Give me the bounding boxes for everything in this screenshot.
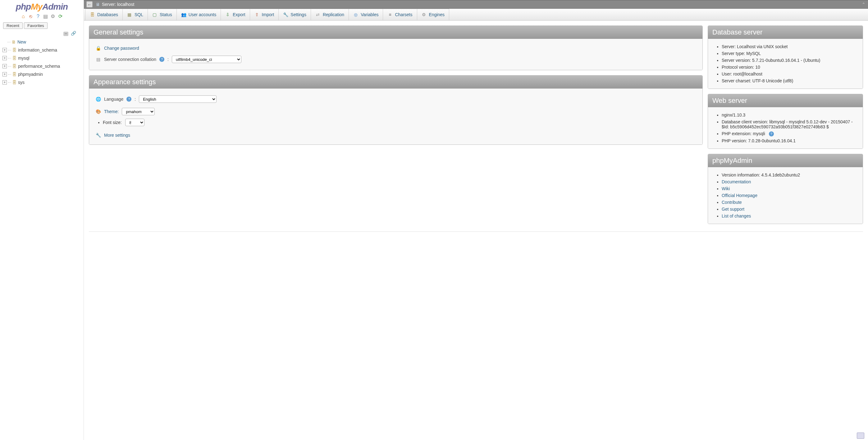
info-item: Server version: 5.7.21-0ubuntu0.16.04.1 … — [722, 57, 857, 64]
theme-icon: 🎨 — [95, 109, 101, 114]
pma-link-official-homepage[interactable]: Official Homepage — [722, 193, 757, 198]
import-icon: ⇧ — [254, 12, 259, 17]
logo-my: My — [31, 2, 42, 11]
logo-php: php — [16, 2, 31, 11]
db-tree-item[interactable]: mysql — [18, 56, 30, 61]
theme-select[interactable]: pmahomme — [122, 108, 155, 115]
tab-label: Status — [160, 12, 172, 17]
database-icon: 🗄 — [12, 56, 17, 61]
tab-sql[interactable]: ▦SQL — [123, 9, 148, 20]
expand-icon[interactable]: + — [2, 64, 7, 68]
tab-replication[interactable]: ⇄Replication — [311, 9, 349, 20]
info-item: Server: Localhost via UNIX socket — [722, 43, 857, 50]
info-item: Protocol version: 10 — [722, 64, 857, 70]
expand-icon[interactable]: + — [2, 48, 7, 52]
link-icon[interactable]: 🔗 — [71, 31, 76, 36]
db-tree-item[interactable]: performance_schema — [18, 64, 60, 69]
pma-link-contribute[interactable]: Contribute — [722, 200, 742, 205]
status-icon: ▢ — [152, 12, 157, 17]
tab-label: Variables — [361, 12, 378, 17]
tab-label: Export — [233, 12, 245, 17]
info-item: Server charset: UTF-8 Unicode (utf8) — [722, 77, 857, 84]
help-icon[interactable]: ? — [159, 57, 164, 62]
logout-icon[interactable]: ⎋ — [28, 14, 34, 19]
nav-settings-icon[interactable]: ⚙ — [50, 14, 56, 19]
db-tree-item[interactable]: sys — [18, 80, 25, 85]
home-icon[interactable]: ⌂ — [21, 14, 26, 19]
tab-charsets[interactable]: ≡Charsets — [383, 9, 417, 20]
panel-title: General settings — [89, 26, 703, 39]
help-icon[interactable]: ? — [126, 97, 131, 102]
panel-phpmyadmin: phpMyAdmin Version information: 4.5.4.1d… — [708, 154, 863, 224]
sql-icon: ▦ — [127, 12, 132, 17]
tab-user-accounts[interactable]: 👥User accounts — [177, 9, 221, 20]
tab-variables[interactable]: ◎Variables — [349, 9, 383, 20]
change-password-link[interactable]: Change password — [104, 46, 139, 51]
docs-icon[interactable]: ▤ — [42, 14, 48, 19]
theme-label[interactable]: Theme: — [104, 109, 119, 114]
font-size-label: Font size: — [103, 120, 122, 125]
export-icon: ⇩ — [225, 12, 230, 17]
expand-icon[interactable]: + — [2, 56, 7, 60]
collation-select[interactable]: utf8mb4_unicode_ci — [172, 56, 241, 63]
lock-icon: 🔒 — [95, 46, 101, 51]
logo[interactable]: phpMyAdmin — [0, 0, 84, 12]
back-button[interactable]: ← — [86, 1, 93, 7]
help-icon[interactable]: ? — [769, 131, 774, 136]
expand-icon[interactable]: + — [2, 72, 7, 76]
info-item: nginx/1.10.3 — [722, 112, 857, 118]
panel-title: Database server — [708, 26, 863, 39]
panel-title: Appearance settings — [89, 75, 703, 89]
user-accounts-icon: 👥 — [181, 12, 186, 17]
tab-label: Charsets — [395, 12, 412, 17]
panel-title: Web server — [708, 94, 863, 107]
pma-link-get-support[interactable]: Get support — [722, 207, 744, 212]
pma-link-list-of-changes[interactable]: List of changes — [722, 214, 751, 218]
help-icon[interactable]: ? — [35, 14, 41, 19]
panel-title: phpMyAdmin — [708, 154, 863, 167]
panel-database-server: Database server Server: Localhost via UN… — [708, 26, 863, 89]
tree-new-link[interactable]: New — [18, 39, 26, 44]
pma-link-wiki[interactable]: Wiki — [722, 186, 730, 191]
databases-icon: 🗄 — [90, 12, 95, 17]
variables-icon: ◎ — [353, 12, 358, 17]
server-breadcrumb[interactable]: Server: localhost — [102, 2, 134, 7]
wrench-icon: 🔧 — [95, 133, 101, 138]
tab-engines[interactable]: ⚙Engines — [417, 9, 450, 20]
language-label: Language — [104, 97, 123, 102]
tab-favorites[interactable]: Favorites — [24, 22, 47, 29]
engines-icon: ⚙ — [422, 12, 427, 17]
tab-label: Databases — [97, 12, 118, 17]
sidebar: phpMyAdmin ⌂ ⎋ ? ▤ ⚙ ⟳ Recent Favorites … — [0, 0, 84, 440]
database-icon: 🗄 — [12, 80, 17, 85]
reload-icon[interactable]: ⟳ — [58, 14, 63, 19]
database-icon: 🗄 — [12, 72, 17, 77]
collapse-all-icon[interactable]: – — [63, 32, 68, 36]
version-info: Version information: 4.5.4.1deb2ubuntu2 — [722, 171, 857, 178]
more-settings-link[interactable]: More settings — [104, 133, 130, 138]
panel-general-settings: General settings 🔒 Change password ▤ Ser… — [89, 26, 703, 70]
tab-label: Engines — [429, 12, 445, 17]
tab-import[interactable]: ⇧Import — [250, 9, 279, 20]
info-item: PHP version: 7.0.28-0ubuntu0.16.04.1 — [722, 137, 857, 144]
collation-label: Server connection collation — [104, 57, 156, 62]
tab-settings[interactable]: 🔧Settings — [279, 9, 311, 20]
tab-label: Replication — [323, 12, 344, 17]
info-item: Database client version: libmysql - mysq… — [722, 118, 857, 130]
tab-status[interactable]: ▢Status — [148, 9, 177, 20]
expand-icon[interactable]: + — [2, 80, 7, 85]
tab-databases[interactable]: 🗄Databases — [85, 9, 123, 20]
language-select[interactable]: English — [139, 95, 217, 103]
tab-label: Settings — [290, 12, 306, 17]
divider — [89, 231, 863, 232]
pma-link-documentation[interactable]: Documentation — [722, 179, 751, 184]
font-size-select[interactable]: 82% — [125, 119, 145, 126]
db-tree: 🗎 New +🗄information_schema+🗄mysql+🗄perfo… — [0, 38, 84, 86]
settings-icon: 🔧 — [283, 12, 288, 17]
db-tree-item[interactable]: phpmyadmin — [18, 72, 43, 77]
console-toggle[interactable] — [857, 433, 864, 439]
tab-export[interactable]: ⇩Export — [221, 9, 250, 20]
tab-recent[interactable]: Recent — [3, 22, 23, 29]
db-tree-item[interactable]: information_schema — [18, 48, 57, 53]
collapse-tabs-icon[interactable]: ⌃ — [862, 2, 866, 7]
